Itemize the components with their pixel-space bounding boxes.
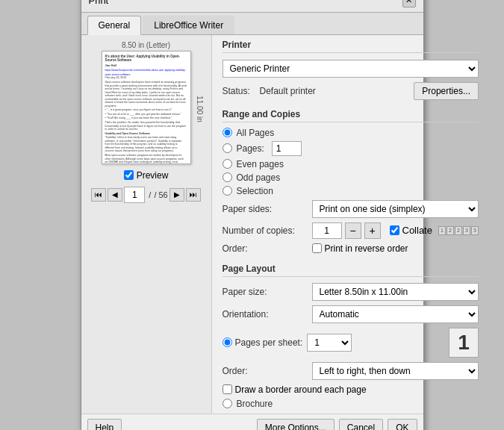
page-layout-section: Page Layout Paper size: Letter 8.50in x … bbox=[223, 259, 479, 411]
copies-label: Number of copies: bbox=[223, 225, 312, 236]
copies-row: Number of copies: − + Collate 1 2 2 bbox=[223, 220, 479, 241]
collate-icon: 1 2 2 3 3 bbox=[438, 226, 479, 235]
brochure-row: Brochure bbox=[223, 397, 479, 411]
preview-panel: 8.50 in (Letter) It's about the User: Ap… bbox=[81, 35, 212, 414]
height-label: 11.00 in bbox=[196, 96, 204, 122]
copies-decrement-button[interactable]: − bbox=[345, 222, 361, 239]
paper-size-control: Letter 8.50in x 11.00in bbox=[312, 283, 479, 301]
preview-checkbox-row: Preview bbox=[121, 167, 172, 184]
paper-sides-label: Paper sides: bbox=[223, 204, 312, 214]
layout-order-row: Order: Left to right, then down bbox=[223, 360, 479, 382]
reverse-order-label: Print in reverse order bbox=[325, 243, 408, 254]
pages-row: Pages: bbox=[223, 140, 479, 158]
copies-increment-button[interactable]: + bbox=[364, 222, 381, 239]
paper-size-row: Paper size: Letter 8.50in x 11.00in bbox=[223, 281, 479, 303]
printer-select[interactable]: Generic Printer bbox=[223, 60, 479, 78]
orientation-select[interactable]: Automatic bbox=[312, 305, 479, 323]
tab-general[interactable]: General bbox=[87, 16, 142, 35]
layout-order-control: Left to right, then down bbox=[312, 362, 479, 380]
status-value: Default printer bbox=[260, 86, 316, 96]
order-label: Order: bbox=[223, 243, 312, 254]
pages-per-sheet-radio[interactable] bbox=[223, 337, 232, 347]
all-pages-label: All Pages bbox=[237, 128, 275, 138]
page-layout-title: Page Layout bbox=[223, 259, 479, 277]
brochure-label: Brochure bbox=[237, 399, 273, 409]
pages-radio[interactable] bbox=[223, 143, 232, 153]
printer-section-title: Printer bbox=[223, 35, 479, 53]
selection-radio[interactable] bbox=[223, 186, 232, 196]
copies-input[interactable] bbox=[312, 222, 342, 239]
order-control: Print in reverse order bbox=[312, 243, 479, 254]
next-page-button[interactable]: ▶ bbox=[169, 188, 184, 202]
even-pages-radio[interactable] bbox=[223, 159, 232, 169]
tab-writer[interactable]: LibreOffice Writer bbox=[143, 16, 234, 34]
preview-wrapper: It's about the User: Applying Usability … bbox=[102, 51, 191, 167]
first-page-button[interactable]: ⏮ bbox=[91, 188, 106, 202]
paper-sides-control: Print on one side (simplex) bbox=[312, 200, 479, 218]
close-button[interactable]: ✕ bbox=[402, 0, 416, 7]
orientation-label: Orientation: bbox=[223, 309, 312, 320]
tab-bar: General LibreOffice Writer bbox=[81, 13, 423, 35]
odd-pages-label: Odd pages bbox=[237, 172, 281, 183]
collate-check: Collate 1 2 2 3 3 bbox=[390, 225, 479, 236]
dialog-title: Print bbox=[89, 0, 109, 6]
pages-label: Pages: bbox=[237, 143, 264, 154]
brochure-radio[interactable] bbox=[223, 399, 232, 408]
pages-input[interactable] bbox=[272, 141, 302, 156]
last-page-button[interactable]: ⏭ bbox=[186, 188, 201, 202]
range-section-title: Range and Copies bbox=[223, 105, 479, 122]
page-number-input[interactable] bbox=[124, 187, 145, 203]
odd-pages-radio[interactable] bbox=[223, 172, 232, 182]
collate-label: Collate bbox=[402, 225, 432, 236]
all-pages-radio[interactable] bbox=[223, 128, 232, 137]
paper-sides-select[interactable]: Print on one side (simplex) bbox=[312, 200, 479, 218]
preview-nav: ⏮ ◀ / / 56 ▶ ⏭ bbox=[91, 187, 200, 203]
page-layout-icon: 1 bbox=[449, 328, 479, 358]
border-row: Draw a border around each page bbox=[223, 382, 479, 397]
total-pages: / 56 bbox=[154, 190, 167, 199]
paper-size-select[interactable]: Letter 8.50in x 11.00in bbox=[312, 283, 479, 301]
preview-label: Preview bbox=[137, 170, 169, 181]
cancel-button[interactable]: Cancel bbox=[339, 419, 383, 431]
pages-per-sheet-row: Pages per sheet: 1 1 bbox=[223, 325, 479, 360]
more-options-button[interactable]: More Options... bbox=[257, 419, 335, 431]
all-pages-row: All Pages bbox=[223, 126, 479, 140]
copies-control: − + Collate 1 2 2 3 3 bbox=[312, 222, 479, 239]
paper-sides-row: Paper sides: Print on one side (simplex) bbox=[223, 198, 479, 220]
orientation-control: Automatic bbox=[312, 305, 479, 323]
preview-content: It's about the User: Applying Usability … bbox=[102, 52, 190, 164]
reverse-order-checkbox[interactable] bbox=[312, 243, 322, 253]
collate-checkbox[interactable] bbox=[390, 225, 399, 235]
titlebar: Print ✕ bbox=[81, 0, 423, 13]
page-separator: / bbox=[146, 190, 151, 199]
paper-size-label: Paper size: bbox=[223, 287, 312, 297]
preview-paper: It's about the User: Applying Usability … bbox=[102, 51, 191, 164]
selection-label: Selection bbox=[237, 186, 273, 196]
even-pages-label: Even pages bbox=[237, 159, 284, 169]
printer-row: Generic Printer bbox=[223, 57, 479, 81]
bottom-right-buttons: More Options... Cancel OK bbox=[257, 419, 417, 431]
help-button[interactable]: Help bbox=[87, 419, 122, 431]
bottom-bar: Help More Options... Cancel OK bbox=[81, 414, 423, 431]
status-row: Status: Default printer bbox=[223, 84, 316, 99]
border-checkbox[interactable] bbox=[223, 384, 232, 394]
prev-page-button[interactable]: ◀ bbox=[108, 188, 122, 202]
ok-button[interactable]: OK bbox=[388, 419, 417, 431]
width-label: 8.50 in (Letter) bbox=[122, 41, 170, 49]
preview-checkbox[interactable] bbox=[124, 170, 134, 180]
selection-row: Selection bbox=[223, 184, 479, 198]
range-section: Range and Copies All Pages Pages: Even p… bbox=[223, 105, 479, 256]
border-label: Draw a border around each page bbox=[235, 384, 367, 395]
printer-section: Printer Generic Printer Status: Default … bbox=[223, 35, 479, 102]
even-pages-row: Even pages bbox=[223, 158, 479, 171]
status-label: Status: bbox=[223, 86, 260, 96]
properties-button[interactable]: Properties... bbox=[414, 82, 479, 100]
print-dialog: Print ✕ General LibreOffice Writer 8.50 … bbox=[81, 0, 424, 430]
right-panel: Printer Generic Printer Status: Default … bbox=[212, 35, 489, 414]
pages-per-sheet-select[interactable]: 1 bbox=[307, 334, 352, 352]
layout-order-label: Order: bbox=[223, 366, 312, 376]
order-row: Order: Print in reverse order bbox=[223, 241, 479, 256]
pages-per-sheet-label: Pages per sheet: bbox=[235, 337, 303, 348]
odd-pages-row: Odd pages bbox=[223, 171, 479, 184]
layout-order-select[interactable]: Left to right, then down bbox=[312, 362, 479, 380]
